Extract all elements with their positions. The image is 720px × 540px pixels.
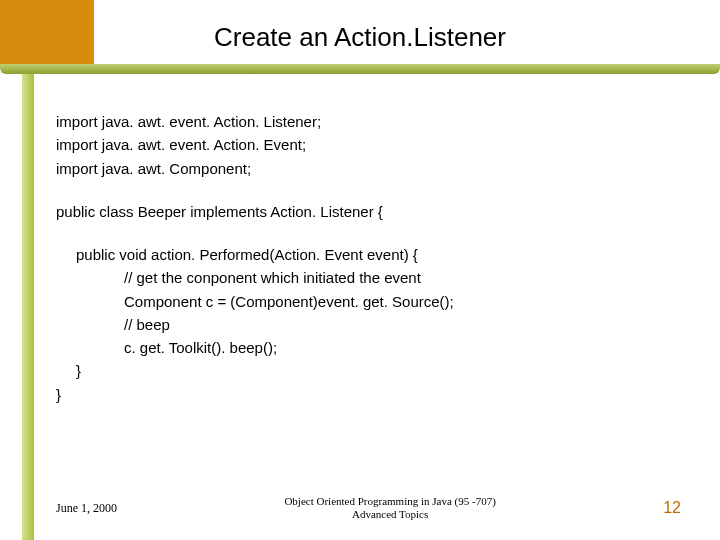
footer: June 1, 2000 Object Oriented Programming… bbox=[56, 495, 681, 523]
close-brace: } bbox=[56, 383, 676, 406]
code-line: Component c = (Component)event. get. Sou… bbox=[56, 290, 676, 313]
footer-course-line1: Object Oriented Programming in Java (95 … bbox=[284, 495, 495, 509]
code-line: import java. awt. event. Action. Event; bbox=[56, 133, 676, 156]
slide-content: import java. awt. event. Action. Listene… bbox=[56, 110, 676, 406]
code-line: // get the conponent which initiated the… bbox=[56, 266, 676, 289]
method-block: public void action. Performed(Action. Ev… bbox=[56, 243, 676, 383]
footer-date: June 1, 2000 bbox=[56, 501, 117, 516]
code-line: c. get. Toolkit(). beep(); bbox=[56, 336, 676, 359]
slide-title: Create an Action.Listener bbox=[0, 22, 720, 53]
imports-block: import java. awt. event. Action. Listene… bbox=[56, 110, 676, 180]
class-decl: public class Beeper implements Action. L… bbox=[56, 200, 676, 223]
footer-course: Object Oriented Programming in Java (95 … bbox=[284, 495, 495, 523]
header-bar bbox=[0, 64, 720, 74]
footer-course-line2: Advanced Topics bbox=[284, 508, 495, 522]
code-line: import java. awt. event. Action. Listene… bbox=[56, 110, 676, 133]
footer-page-number: 12 bbox=[663, 499, 681, 517]
close-brace: } bbox=[56, 359, 676, 382]
left-stripe bbox=[22, 74, 34, 540]
code-line: import java. awt. Component; bbox=[56, 157, 676, 180]
method-decl: public void action. Performed(Action. Ev… bbox=[56, 243, 676, 266]
code-line: // beep bbox=[56, 313, 676, 336]
